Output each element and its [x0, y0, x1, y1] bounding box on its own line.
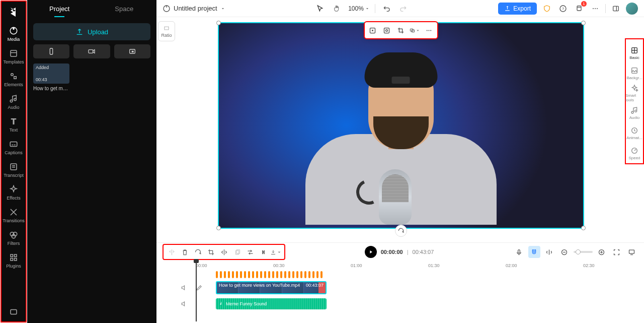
timeline-tracks: How to get more views on YouTube.mp4 00:… — [156, 270, 644, 323]
video-preview[interactable] — [218, 22, 584, 229]
track-align-button[interactable] — [543, 246, 555, 258]
enhance-button[interactable] — [367, 25, 378, 36]
tab-project[interactable]: Project — [27, 0, 92, 17]
nav-transitions[interactable]: Transitions — [2, 204, 26, 227]
rnav-smart-tools[interactable]: Smart tools — [625, 83, 643, 103]
rotate-button[interactable] — [395, 225, 407, 237]
cursor-tool[interactable] — [314, 3, 326, 15]
svg-rect-0 — [11, 50, 17, 56]
zoom-slider[interactable] — [574, 251, 593, 253]
device-camera-button[interactable] — [73, 44, 110, 58]
more-button[interactable] — [589, 3, 601, 15]
reverse-button[interactable] — [244, 246, 256, 258]
user-avatar[interactable] — [626, 3, 638, 15]
delete-button[interactable] — [179, 246, 191, 258]
audio-clip[interactable]: Meme Funny Sound — [216, 298, 327, 309]
audio-mute-button[interactable] — [177, 300, 192, 307]
device-screen-button[interactable] — [114, 44, 150, 58]
svg-point-34 — [386, 29, 388, 31]
svg-rect-4 — [10, 142, 17, 147]
upload-button[interactable]: Upload — [33, 23, 150, 40]
svg-rect-19 — [89, 50, 93, 53]
mic-record-button[interactable] — [513, 246, 525, 258]
fit-button[interactable] — [611, 246, 623, 258]
more-options-button[interactable] — [424, 25, 435, 36]
track-edit-button[interactable] — [192, 284, 207, 291]
resize-handle-br[interactable] — [581, 226, 586, 230]
rnav-animation[interactable]: Animat... — [625, 123, 643, 144]
zoom-out-button[interactable] — [558, 246, 571, 258]
tab-space[interactable]: Space — [92, 0, 157, 17]
svg-rect-24 — [577, 6, 581, 10]
mirror-button[interactable] — [218, 246, 230, 258]
hand-tool[interactable] — [331, 3, 343, 15]
playhead[interactable] — [196, 261, 197, 321]
nav-transcript[interactable]: Transcript — [2, 159, 26, 181]
zoom-level[interactable]: 100% — [348, 5, 370, 12]
remove-bg-button[interactable] — [381, 25, 392, 36]
nav-media[interactable]: Media — [2, 23, 26, 45]
panel-toggle-button[interactable] — [610, 3, 622, 15]
nav-templates[interactable]: Templates — [2, 45, 26, 68]
resize-handle-bl[interactable] — [216, 226, 221, 230]
svg-point-37 — [427, 30, 428, 31]
play-button[interactable] — [365, 246, 377, 258]
resize-handle-tl[interactable] — [216, 21, 221, 25]
resize-handle-tr[interactable] — [581, 21, 586, 25]
rnav-speed[interactable]: Speed — [625, 143, 643, 163]
svg-rect-29 — [613, 6, 619, 11]
shield-button[interactable] — [541, 3, 553, 15]
project-title[interactable]: Untitled project — [163, 5, 225, 13]
app-logo[interactable] — [8, 6, 20, 18]
redo-button[interactable] — [397, 3, 410, 15]
undo-button[interactable] — [380, 3, 392, 15]
rotate-button[interactable] — [192, 246, 204, 258]
zoom-in-button[interactable] — [596, 246, 608, 258]
download-button[interactable] — [270, 246, 282, 258]
right-navigation: Basic Backgr... Smart tools Audio Animat… — [625, 38, 644, 164]
crop-tl-button[interactable] — [205, 246, 217, 258]
svg-rect-54 — [629, 250, 634, 253]
preview-mode-button[interactable] — [626, 246, 638, 258]
svg-point-26 — [593, 8, 594, 9]
rnav-basic[interactable]: Basic — [625, 43, 643, 63]
timeline-ruler[interactable]: 00:00 00:30 01:00 01:30 02:00 02:30 — [156, 261, 644, 270]
split-button[interactable] — [166, 246, 178, 258]
rnav-audio[interactable]: Audio — [625, 103, 643, 123]
svg-point-39 — [430, 30, 431, 31]
nav-feedback[interactable] — [2, 304, 26, 321]
video-mute-button[interactable] — [177, 284, 192, 291]
svg-point-28 — [597, 8, 598, 9]
media-item[interactable]: Added 00:43 How to get mor... — [33, 63, 69, 91]
svg-rect-21 — [131, 51, 133, 52]
copy-button[interactable] — [231, 246, 243, 258]
rnav-background[interactable]: Backgr... — [625, 63, 643, 84]
magnet-button[interactable] — [528, 246, 540, 258]
crop-button[interactable] — [395, 25, 407, 36]
nav-effects[interactable]: Effects — [2, 181, 26, 204]
notifications-button[interactable]: 1 — [573, 3, 585, 15]
nav-audio[interactable]: Audio — [2, 91, 26, 113]
chevron-down-icon — [220, 6, 225, 11]
video-track: How to get more views on YouTube.mp4 00:… — [177, 280, 644, 295]
svg-rect-13 — [11, 254, 13, 257]
svg-rect-17 — [11, 310, 17, 314]
freeze-button[interactable] — [257, 246, 269, 258]
replace-button[interactable] — [410, 25, 421, 36]
svg-rect-3 — [14, 77, 17, 79]
nav-filters[interactable]: Filters — [2, 227, 26, 249]
nav-plugins[interactable]: Plugins — [2, 249, 26, 272]
export-icon — [504, 5, 511, 12]
nav-elements[interactable]: Elements — [2, 68, 26, 91]
timeline-toolbar: 00:00:00 | 00:43:07 — [156, 243, 644, 261]
ratio-button[interactable]: Ratio — [158, 21, 175, 41]
help-button[interactable]: ? — [557, 3, 569, 15]
svg-rect-47 — [236, 249, 239, 253]
export-button[interactable]: Export — [498, 3, 537, 15]
svg-rect-14 — [15, 254, 17, 257]
svg-rect-43 — [632, 68, 637, 74]
device-phone-button[interactable] — [33, 44, 69, 58]
video-clip[interactable]: How to get more views on YouTube.mp4 00:… — [216, 281, 327, 294]
nav-captions[interactable]: Captions — [2, 136, 26, 159]
nav-text[interactable]: Text — [2, 113, 26, 136]
